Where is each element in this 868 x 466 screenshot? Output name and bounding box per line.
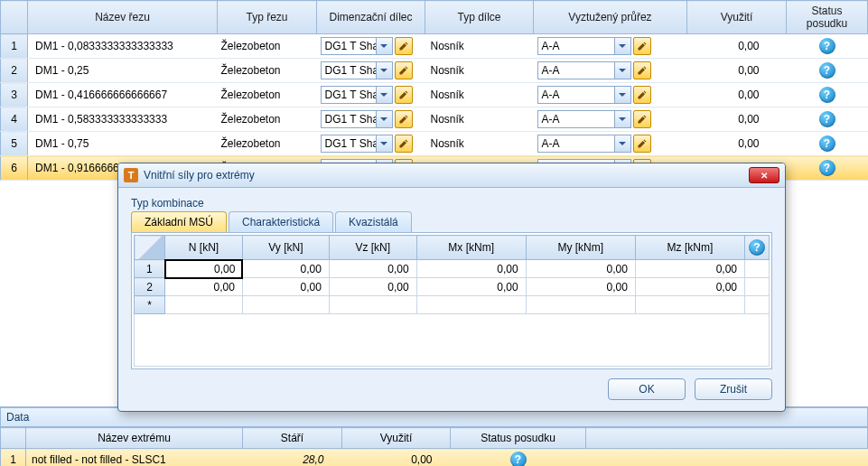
- cell-age[interactable]: 28,0: [243, 449, 342, 467]
- grid-row[interactable]: 10,000,000,000,000,000,00: [135, 260, 770, 278]
- grid-cell[interactable]: [165, 296, 243, 314]
- grid-cell[interactable]: 0,00: [329, 278, 416, 296]
- grid-cell[interactable]: 0,00: [242, 260, 329, 278]
- grid-cell[interactable]: [416, 296, 526, 314]
- dcol-header-util[interactable]: Využití: [342, 428, 451, 449]
- grid-col-header[interactable]: Mx [kNm]: [416, 236, 526, 260]
- grid-col-header[interactable]: N [kN]: [165, 236, 243, 260]
- grid-col-header[interactable]: My [kNm]: [526, 236, 635, 260]
- grid-row[interactable]: 20,000,000,000,000,000,00: [135, 278, 770, 296]
- table-row[interactable]: 1DM1 - 0,0833333333333333ŽelezobetonDG1 …: [1, 34, 868, 59]
- help-icon[interactable]: ?: [819, 111, 835, 127]
- col-header-prof[interactable]: Vyztužený průřez: [534, 1, 687, 34]
- row-index[interactable]: 5: [1, 132, 28, 156]
- help-icon[interactable]: ?: [819, 62, 835, 79]
- col-header-nazev[interactable]: Název řezu: [28, 1, 218, 34]
- row-index[interactable]: 6: [1, 156, 28, 181]
- col-header-stat[interactable]: Status posudku: [787, 1, 868, 34]
- edit-profile-button[interactable]: [633, 61, 651, 79]
- chevron-down-icon[interactable]: [376, 111, 392, 127]
- col-header-typ[interactable]: Typ řezu: [218, 1, 317, 34]
- profile-combo[interactable]: A-A: [537, 86, 631, 104]
- close-icon[interactable]: [749, 167, 779, 183]
- col-header-typd[interactable]: Typ dílce: [425, 1, 534, 34]
- grid-row-new-marker[interactable]: *: [135, 296, 165, 314]
- row-index[interactable]: 3: [1, 83, 28, 107]
- help-icon[interactable]: ?: [819, 160, 835, 176]
- dcol-header-name[interactable]: Název extrému: [26, 428, 243, 449]
- grid-cell[interactable]: 0,00: [416, 260, 526, 278]
- dim-combo[interactable]: DG1 T Sha: [321, 61, 393, 79]
- table-row[interactable]: 2DM1 - 0,25ŽelezobetonDG1 T ShaNosníkA-A…: [1, 59, 868, 83]
- table-row[interactable]: 1not filled - not filled - SLSC128,00,00…: [1, 449, 868, 467]
- edit-dim-button[interactable]: [395, 37, 413, 55]
- profile-combo[interactable]: A-A: [537, 110, 631, 128]
- chevron-down-icon[interactable]: [614, 111, 630, 127]
- dcol-header-index[interactable]: [1, 428, 26, 449]
- col-header-vyuz[interactable]: Využití: [687, 1, 787, 34]
- profile-combo[interactable]: A-A: [537, 37, 631, 55]
- table-row[interactable]: 4DM1 - 0,583333333333333ŽelezobetonDG1 T…: [1, 107, 868, 132]
- grid-col-header[interactable]: Vz [kN]: [329, 236, 416, 260]
- dim-combo[interactable]: DG1 T Sha: [321, 135, 393, 153]
- row-index[interactable]: 1: [1, 34, 28, 59]
- table-row[interactable]: 5DM1 - 0,75ŽelezobetonDG1 T ShaNosníkA-A…: [1, 132, 868, 156]
- help-icon[interactable]: ?: [749, 239, 765, 256]
- grid-row-index[interactable]: 2: [135, 278, 165, 296]
- cancel-button[interactable]: Zrušit: [695, 378, 772, 400]
- dcol-header-stat[interactable]: Status posudku: [451, 428, 586, 449]
- edit-dim-button[interactable]: [395, 86, 413, 104]
- row-index[interactable]: 4: [1, 107, 28, 132]
- grid-col-header[interactable]: Mz [kNm]: [635, 236, 744, 260]
- chevron-down-icon[interactable]: [614, 62, 630, 79]
- edit-profile-button[interactable]: [633, 110, 651, 128]
- grid-cell[interactable]: 0,00: [526, 260, 635, 278]
- chevron-down-icon[interactable]: [614, 135, 630, 152]
- grid-cell[interactable]: 0,00: [416, 278, 526, 296]
- dcol-header-age[interactable]: Stáří: [243, 428, 342, 449]
- chevron-down-icon[interactable]: [376, 38, 392, 54]
- grid-cell[interactable]: [242, 296, 329, 314]
- profile-combo[interactable]: A-A: [537, 135, 631, 153]
- grid-cell[interactable]: 0,00: [635, 260, 744, 278]
- edit-dim-button[interactable]: [395, 135, 413, 153]
- dim-combo[interactable]: DG1 T Sha: [321, 110, 393, 128]
- cell-nazev[interactable]: DM1 - 0,25: [28, 59, 218, 83]
- grid-cell[interactable]: 0,00: [165, 278, 243, 296]
- chevron-down-icon[interactable]: [376, 87, 392, 103]
- edit-profile-button[interactable]: [633, 86, 651, 104]
- grid-help-header[interactable]: ?: [745, 236, 770, 260]
- row-index[interactable]: 1: [1, 449, 26, 467]
- cell-extreme-name[interactable]: not filled - not filled - SLSC1: [26, 449, 243, 467]
- dialog-titlebar[interactable]: T Vnitřní síly pro extrémy: [118, 163, 785, 188]
- tab-kvazist-l-[interactable]: Kvazistálá: [335, 211, 412, 232]
- grid-cell[interactable]: 0,00: [242, 278, 329, 296]
- cell-nazev[interactable]: DM1 - 0,0833333333333333: [28, 34, 218, 59]
- row-index[interactable]: 2: [1, 59, 28, 83]
- dim-combo[interactable]: DG1 T Sha: [321, 37, 393, 55]
- grid-cell[interactable]: 0,00: [329, 260, 416, 278]
- grid-cell[interactable]: [635, 296, 744, 314]
- grid-new-row[interactable]: *: [135, 296, 770, 314]
- edit-dim-button[interactable]: [395, 110, 413, 128]
- edit-dim-button[interactable]: [395, 61, 413, 79]
- help-icon[interactable]: ?: [819, 135, 835, 152]
- help-icon[interactable]: ?: [819, 87, 835, 103]
- grid-cell[interactable]: 0,00: [526, 278, 635, 296]
- edit-profile-button[interactable]: [633, 135, 651, 153]
- chevron-down-icon[interactable]: [376, 135, 392, 152]
- grid-cell[interactable]: 0,00: [165, 260, 243, 278]
- tab-charakteristick-[interactable]: Charakteristická: [229, 211, 333, 232]
- chevron-down-icon[interactable]: [614, 38, 630, 54]
- col-header-dim[interactable]: Dimenzační dílec: [317, 1, 425, 34]
- grid-cell[interactable]: [526, 296, 635, 314]
- dim-combo[interactable]: DG1 T Sha: [321, 86, 393, 104]
- grid-cell[interactable]: [329, 296, 416, 314]
- tab-z-kladn-ms-[interactable]: Základní MSÚ: [131, 211, 227, 232]
- grid-row-index[interactable]: 1: [135, 260, 165, 278]
- profile-combo[interactable]: A-A: [537, 61, 631, 79]
- edit-profile-button[interactable]: [633, 37, 651, 55]
- col-header-index[interactable]: [1, 1, 28, 34]
- ok-button[interactable]: OK: [608, 378, 686, 400]
- grid-col-header[interactable]: Vy [kN]: [242, 236, 329, 260]
